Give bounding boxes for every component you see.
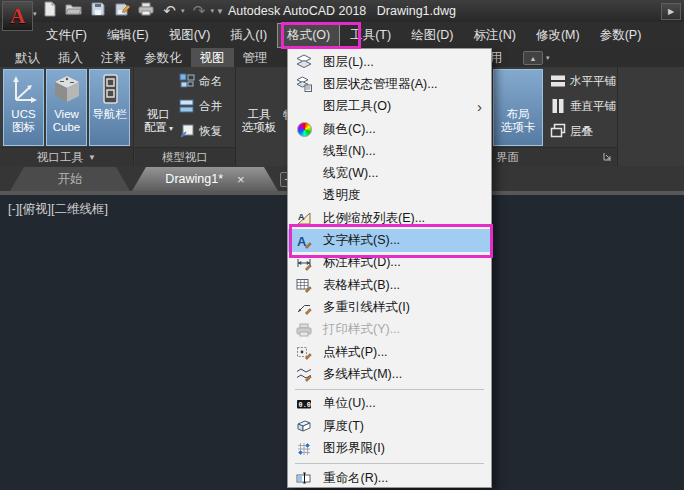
button-label-line: 导航栏 bbox=[92, 108, 127, 121]
undo-button[interactable]: ↶ bbox=[160, 2, 179, 21]
window-title-file: Drawing1.dwg bbox=[377, 4, 456, 18]
svg-text:0.0: 0.0 bbox=[299, 401, 311, 409]
menubar-item-6[interactable]: 绘图(D) bbox=[401, 23, 463, 48]
menubar-item-8[interactable]: 修改(M) bbox=[526, 23, 590, 48]
join-viewports-button[interactable]: 合并 bbox=[179, 94, 235, 119]
file-tab-start[interactable]: 开始 bbox=[10, 167, 130, 191]
save-button[interactable] bbox=[88, 2, 107, 21]
panel-viewport-tools-label[interactable]: 视口工具 ▼ bbox=[0, 147, 133, 166]
join-viewports-icon bbox=[179, 98, 195, 116]
svg-text:A: A bbox=[298, 212, 305, 222]
viewport-controls[interactable]: [-][俯视][二维线框] bbox=[8, 201, 108, 218]
menubar-item-3[interactable]: 插入(I) bbox=[220, 23, 277, 48]
restore-viewport-button[interactable]: 恢复 bbox=[179, 119, 235, 144]
menubar-item-0[interactable]: 文件(F) bbox=[36, 23, 97, 48]
menu-item-label: 线型(N)... bbox=[323, 143, 485, 160]
file-tab-label: Drawing1* bbox=[165, 172, 223, 186]
menubar-item-4-active[interactable]: 格式(O) bbox=[277, 23, 340, 48]
menu-item-18[interactable]: 图形界限(I) bbox=[288, 437, 491, 459]
dim-style-icon bbox=[294, 254, 314, 271]
ribbon-tab-item[interactable]: 插入 bbox=[49, 48, 92, 67]
menu-item-14[interactable]: 多线样式(M)... bbox=[288, 363, 491, 385]
plot-button[interactable] bbox=[136, 2, 155, 21]
text-style-icon: A bbox=[294, 232, 314, 249]
app-menu-dropdown-icon[interactable]: ▾ bbox=[33, 10, 37, 18]
viewcube-icon bbox=[51, 73, 83, 108]
submenu-arrow-icon: › bbox=[477, 102, 482, 112]
redo-dropdown-icon[interactable]: ▾ bbox=[211, 7, 215, 15]
ribbon-minimize-dropdown-icon[interactable]: ▾ bbox=[546, 54, 550, 62]
app-menu-button[interactable]: A bbox=[2, 1, 33, 31]
tile-horizontal-button[interactable]: 水平平铺 bbox=[550, 69, 616, 94]
chevron-down-icon: ▼ bbox=[88, 153, 96, 162]
button-label-line: 选项卡 bbox=[501, 121, 536, 134]
menu-item-11[interactable]: 多重引线样式(I) bbox=[288, 296, 491, 318]
undo-icon: ↶ bbox=[163, 2, 176, 20]
ribbon-tab-item[interactable]: 默认 bbox=[6, 48, 49, 67]
interface-buttons: 水平平铺垂直平铺层叠 bbox=[550, 69, 616, 144]
menu-item-1[interactable]: 图层状态管理器(A)... bbox=[288, 73, 491, 95]
menubar-item-9[interactable]: 参数(P) bbox=[590, 23, 652, 48]
menu-item-label: 图层状态管理器(A)... bbox=[323, 76, 485, 93]
menu-item-6[interactable]: 透明度 bbox=[288, 185, 491, 207]
menu-item-20[interactable]: 重命名(R)... bbox=[288, 467, 491, 489]
menu-separator bbox=[288, 385, 491, 392]
layout-tabs-button[interactable]: 布局 选项卡 bbox=[493, 69, 543, 146]
menu-item-8-highlighted[interactable]: A文字样式(S)... bbox=[288, 229, 491, 251]
titlebar-overflow-button[interactable]: ▶ bbox=[661, 3, 681, 20]
menubar-item-2[interactable]: 视图(V) bbox=[159, 23, 221, 48]
menu-item-label: 标注样式(D)... bbox=[323, 254, 485, 271]
navbar-toggle-button[interactable]: 导航栏 bbox=[89, 69, 130, 146]
close-tab-icon[interactable]: × bbox=[237, 172, 245, 187]
panel-model-viewports: 视口 配置 ▾ 命名合并恢复 模型视口 bbox=[135, 67, 236, 166]
menu-item-label: 图层(L)... bbox=[323, 54, 485, 71]
navbar-icon bbox=[94, 73, 126, 108]
menu-item-label: 透明度 bbox=[323, 187, 485, 204]
menu-item-label: 图层工具(O) bbox=[323, 98, 477, 115]
dialog-launcher-icon[interactable] bbox=[603, 151, 612, 163]
named-viewports-button[interactable]: 命名 bbox=[179, 69, 235, 94]
viewport-config-button[interactable]: 视口 配置 ▾ bbox=[138, 69, 179, 146]
menu-item-10[interactable]: 表格样式(B)... bbox=[288, 274, 491, 296]
ribbon-minimize-icon[interactable]: ▲ bbox=[523, 51, 543, 65]
menu-item-5[interactable]: 线宽(W)... bbox=[288, 162, 491, 184]
file-tab-active[interactable]: Drawing1*× bbox=[132, 167, 278, 191]
qat-customize-icon[interactable]: ▼ bbox=[216, 7, 224, 16]
file-tab-label: 开始 bbox=[58, 171, 83, 188]
menu-item-label: 图形界限(I) bbox=[323, 440, 485, 457]
open-button[interactable] bbox=[64, 2, 83, 21]
undo-dropdown-icon[interactable]: ▾ bbox=[181, 7, 185, 15]
menu-item-0[interactable]: 图层(L)... bbox=[288, 51, 491, 73]
ucs-toggle-button[interactable]: UCS图标 bbox=[3, 69, 44, 146]
menu-item-2[interactable]: 图层工具(O)› bbox=[288, 96, 491, 118]
ribbon-tab-item[interactable]: 管理 bbox=[234, 48, 277, 67]
menubar-item-7[interactable]: 标注(N) bbox=[464, 23, 526, 48]
viewport-tools-buttons: UCS图标ViewCube导航栏 bbox=[3, 69, 130, 146]
no-icon bbox=[294, 165, 314, 182]
new-button[interactable] bbox=[40, 2, 59, 21]
ribbon-tab-selected[interactable]: 视图 bbox=[191, 48, 234, 67]
menu-item-9[interactable]: 标注样式(D)... bbox=[288, 252, 491, 274]
restore-viewport-icon bbox=[179, 123, 195, 141]
ribbon-tab-item[interactable]: 注释 bbox=[92, 48, 135, 67]
redo-button[interactable]: ↷ bbox=[190, 2, 209, 21]
menubar-item-5[interactable]: 工具(T) bbox=[340, 23, 401, 48]
tile-vertical-button[interactable]: 垂直平铺 bbox=[550, 94, 616, 119]
menu-item-4[interactable]: 线型(N)... bbox=[288, 140, 491, 162]
chevron-down-icon: ▾ bbox=[167, 124, 173, 133]
menu-item-17[interactable]: 厚度(T) bbox=[288, 415, 491, 437]
menu-item-16[interactable]: 0.0单位(U)... bbox=[288, 393, 491, 415]
menubar-item-1[interactable]: 编辑(E) bbox=[97, 23, 159, 48]
menu-item-13[interactable]: 点样式(P)... bbox=[288, 341, 491, 363]
tool-palettes-button[interactable]: 工具 选项板 bbox=[240, 69, 278, 146]
viewcube-toggle-button[interactable]: ViewCube bbox=[46, 69, 87, 146]
table-style-icon bbox=[294, 277, 314, 294]
save-as-button[interactable] bbox=[112, 2, 131, 21]
menu-item-3[interactable]: 颜色(C)... bbox=[288, 118, 491, 140]
ribbon-collapse-control[interactable]: ▲ ▾ bbox=[523, 51, 550, 65]
thickness-icon bbox=[294, 418, 314, 435]
menu-item-7[interactable]: A比例缩放列表(E)... bbox=[288, 207, 491, 229]
point-style-icon bbox=[294, 344, 314, 361]
ribbon-tab-item[interactable]: 参数化 bbox=[135, 48, 191, 67]
cascade-button[interactable]: 层叠 bbox=[550, 119, 616, 144]
